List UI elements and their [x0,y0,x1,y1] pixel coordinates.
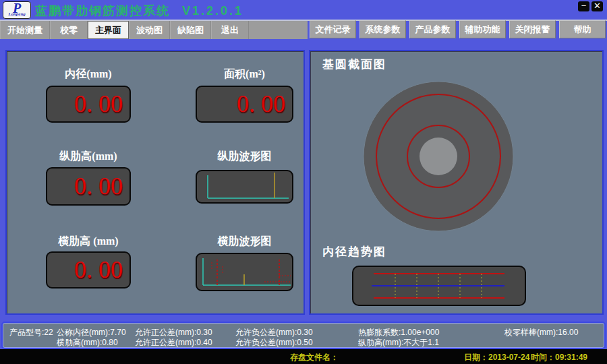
date-value: 2013-07-24 [488,353,529,362]
close-alarm-button[interactable]: 关闭报警 [509,20,556,38]
measurement-panel: 内径(mm) 面积(m²) 0. 00 0. 00 纵肋高(mm) 纵肋波形图 … [5,50,305,315]
inner-diameter-trend-chart [352,266,526,306]
transverse-waveform-chart [196,253,293,291]
pos-tolerance-2: 允许正公差(mm):0.40 [135,337,212,348]
inner-diameter-label: 内径(mm) [46,67,131,82]
app-window: P Lanpeng 蓝鹏带肋钢筋测控系统V1.2.0.1 − ✕ 开始测量 校零… [0,0,607,364]
toolbar-left: 开始测量 校零 主界面 波动图 缺陷图 退出 [0,21,308,39]
exit-button[interactable]: 退出 [211,21,249,39]
date-label: 日期： [464,353,488,362]
product-params-button[interactable]: 产品参数 [409,20,456,38]
logo-name: Lanpeng [3,12,30,17]
trend-chart-title: 内径趋势图 [322,244,386,260]
longitudinal-rib-limit: 纵肋高(mm):不大于1.1 [358,337,439,348]
fluctuation-chart-button[interactable]: 波动图 [129,21,170,39]
date-field: 日期：2013-07-24 [464,352,529,363]
file-record-button[interactable]: 文件记录 [310,20,356,38]
area-display: 0. 00 [196,86,293,123]
product-model: 产品型号:22 [9,327,53,338]
longitudinal-rib-label: 纵肋高(mm) [46,150,131,164]
close-icon: ✕ [594,1,601,11]
area-label: 面积(m²) [196,67,293,82]
time-value: 09:31:49 [555,353,587,362]
status-bar: 产品型号:22 公称内径(mm):7.70 允许正公差(mm):0.30 允许负… [1,322,606,349]
neg-tolerance-2: 允许负公差(mm):0.50 [235,337,313,348]
time-label: 时间： [531,353,555,362]
longitudinal-waveform-chart [196,170,293,204]
system-params-button[interactable]: 系统参数 [359,20,406,38]
transverse-waveform-label: 横肋波形图 [196,235,293,249]
close-button[interactable]: ✕ [591,1,603,11]
footer-bar: 存盘文件名： 日期：2013-07-24 时间：09:31:49 [0,349,607,364]
transverse-rib-height: 横肋高(mm):0.80 [57,337,118,348]
auxiliary-function-button[interactable]: 辅助功能 [459,20,506,38]
base-circle-title: 基圆截面图 [322,57,386,72]
longitudinal-rib-display: 0. 00 [46,167,131,206]
app-title: 蓝鹏带肋钢筋测控系统V1.2.0.1 [35,3,243,19]
inner-diameter-display: 0. 00 [46,86,131,123]
transverse-rib-display: 0. 00 [46,251,131,289]
zero-rod: 校零样棒(mm):16.00 [504,327,578,338]
app-version: V1.2.0.1 [182,4,243,18]
start-measure-button[interactable]: 开始测量 [0,21,50,39]
help-button[interactable]: 帮助 [559,20,606,38]
toolbar-right: 文件记录 系统参数 产品参数 辅助功能 关闭报警 帮助 [310,20,606,38]
main-screen-button[interactable]: 主界面 [88,21,129,39]
zero-calibration-button[interactable]: 校零 [50,21,88,39]
minimize-button[interactable]: − [578,1,589,11]
minimize-icon: − [581,1,587,11]
defect-chart-button[interactable]: 缺陷图 [170,21,211,39]
app-title-text: 蓝鹏带肋钢筋测控系统 [35,4,170,18]
transverse-rib-label: 横肋高 (mm) [46,235,131,249]
title-bar: P Lanpeng 蓝鹏带肋钢筋测控系统V1.2.0.1 − ✕ [0,0,607,20]
time-field: 时间：09:31:49 [531,352,587,363]
save-filename-label: 存盘文件名： [290,352,339,363]
lanpeng-logo-icon: P Lanpeng [3,1,31,19]
longitudinal-waveform-label: 纵肋波形图 [196,150,293,164]
visualization-panel: 基圆截面图 内径趋势图 [309,50,604,315]
